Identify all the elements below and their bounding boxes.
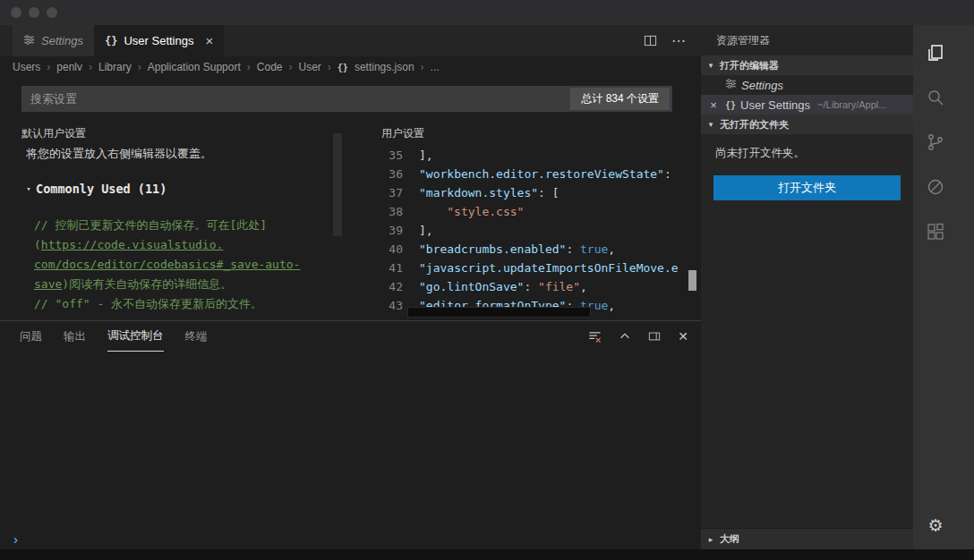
code-vertical-scrollbar[interactable] bbox=[688, 270, 696, 291]
breadcrumb-item[interactable]: Application Support bbox=[148, 61, 241, 73]
close-tab-icon[interactable]: × bbox=[205, 34, 213, 47]
breadcrumb-item[interactable]: Library bbox=[98, 61, 132, 73]
tab-bar: Settings {} User Settings × ⋯ bbox=[0, 25, 701, 56]
group-label: Commonly Used (11) bbox=[36, 182, 167, 196]
debug-console-input[interactable]: › bbox=[0, 528, 701, 549]
breadcrumb-item-settings-json[interactable]: settings.json bbox=[355, 61, 414, 73]
activity-bar: ⚙ bbox=[913, 25, 974, 549]
breadcrumb-item[interactable]: Users bbox=[13, 61, 40, 73]
doc-link[interactable]: com/docs/editor/codebasics#_save-auto- bbox=[34, 258, 300, 271]
traffic-light-zoom-icon[interactable] bbox=[47, 7, 57, 18]
settings-gear-icon[interactable]: ⚙ bbox=[924, 513, 947, 537]
toggle-panel-layout-icon[interactable] bbox=[648, 330, 661, 343]
no-folder-header[interactable]: ▾ 无打开的文件夹 bbox=[701, 115, 913, 134]
settings-count-badge: 总计 834 个设置 bbox=[570, 88, 670, 110]
breadcrumb-separator: › bbox=[288, 61, 292, 73]
open-editor-label: User Settings bbox=[740, 98, 810, 112]
code-line: 36"workbench.editor.restoreViewState": bbox=[376, 165, 701, 183]
panel-tab-problems[interactable]: 问题 bbox=[20, 321, 42, 352]
breadcrumb-separator: › bbox=[247, 61, 251, 73]
panel-tab-output[interactable]: 输出 bbox=[64, 321, 86, 352]
json-braces-icon: {} bbox=[105, 35, 117, 47]
close-panel-icon[interactable]: ✕ bbox=[678, 329, 688, 344]
breadcrumb-item[interactable]: User bbox=[298, 61, 320, 73]
tab-user-settings[interactable]: {} User Settings × bbox=[94, 25, 224, 56]
code-horizontal-scrollbar[interactable] bbox=[407, 307, 591, 318]
traffic-light-minimize-icon[interactable] bbox=[29, 7, 39, 18]
json-braces-icon: {} bbox=[337, 63, 348, 72]
json-braces-icon: {} bbox=[725, 100, 736, 110]
open-folder-button[interactable]: 打开文件夹 bbox=[713, 175, 901, 200]
code-line: 38"style.css" bbox=[376, 202, 701, 221]
open-editor-description: ~/Library/Appl... bbox=[817, 99, 886, 110]
setting-comment-block: // 控制已更新文件的自动保存。可在[此处] (https://code.vis… bbox=[21, 216, 337, 314]
settings-editor: 搜索设置 总计 834 个设置 默认用户设置 将您的设置放入右侧编辑器以覆盖。 … bbox=[0, 78, 701, 320]
comment-line: // 控制已更新文件的自动保存。可在[此处] bbox=[34, 216, 337, 235]
line-number: 44 bbox=[376, 315, 403, 320]
explorer-sidebar: 资源管理器 ▾ 打开的编辑器 Settings × {} User Settin… bbox=[701, 25, 913, 549]
split-editor-icon[interactable] bbox=[644, 34, 657, 47]
traffic-light-close-icon[interactable] bbox=[11, 7, 21, 18]
commonly-used-group-header[interactable]: ▾ Commonly Used (11) bbox=[21, 182, 337, 196]
source-control-icon[interactable] bbox=[924, 131, 947, 154]
open-editors-header[interactable]: ▾ 打开的编辑器 bbox=[701, 55, 913, 75]
breadcrumb-separator: › bbox=[138, 61, 141, 73]
section-label: 打开的编辑器 bbox=[720, 59, 779, 72]
code-line: 39], bbox=[376, 221, 701, 240]
default-pane-scrollbar[interactable] bbox=[333, 133, 342, 236]
line-number: 36 bbox=[376, 165, 403, 183]
extensions-icon[interactable] bbox=[924, 220, 947, 243]
search-icon[interactable] bbox=[924, 86, 947, 109]
code-line: 40"breadcrumbs.enabled": true, bbox=[376, 240, 701, 259]
explorer-icon[interactable] bbox=[924, 41, 947, 64]
line-number: 43 bbox=[376, 296, 403, 315]
panel-actions: ✕ bbox=[588, 321, 688, 352]
clear-console-icon[interactable] bbox=[588, 330, 602, 344]
window-bottom-edge bbox=[0, 549, 974, 560]
settings-panes: 默认用户设置 将您的设置放入右侧编辑器以覆盖。 ▾ Commonly Used … bbox=[0, 126, 701, 320]
settings-search-placeholder: 搜索设置 bbox=[30, 91, 77, 107]
editor-region: Settings {} User Settings × ⋯ Users › pe… bbox=[0, 25, 701, 549]
debug-console-output[interactable] bbox=[0, 352, 701, 528]
breadcrumb-separator: › bbox=[328, 61, 331, 73]
default-settings-pane: 默认用户设置 将您的设置放入右侧编辑器以覆盖。 ▾ Commonly Used … bbox=[21, 126, 337, 320]
code-line: 37"markdown.styles": [ bbox=[376, 183, 701, 202]
breadcrumb-item[interactable]: ... bbox=[431, 61, 440, 73]
settings-search-input[interactable]: 搜索设置 总计 834 个设置 bbox=[21, 86, 672, 112]
chevron-down-icon: ▾ bbox=[704, 120, 718, 129]
tab-settings[interactable]: Settings bbox=[13, 25, 94, 56]
user-settings-pane: 用户设置 35], 36"workbench.editor.restoreVie… bbox=[376, 126, 701, 320]
maximize-panel-icon[interactable] bbox=[619, 330, 631, 343]
comment-line: com/docs/editor/codebasics#_save-auto- bbox=[34, 255, 337, 275]
chevron-down-icon: ▾ bbox=[704, 61, 718, 70]
breadcrumb: Users › penlv › Library › Application Su… bbox=[0, 56, 701, 78]
comment-line: save)阅读有关自动保存的详细信息。 bbox=[34, 275, 337, 294]
breadcrumb-separator: › bbox=[89, 61, 92, 73]
doc-link[interactable]: https://code.visualstudio. bbox=[41, 238, 224, 251]
breadcrumb-separator: › bbox=[421, 61, 424, 73]
fold-chevron-icon[interactable]: ▾ bbox=[23, 184, 34, 193]
open-editor-item-settings[interactable]: Settings bbox=[701, 75, 913, 95]
comment-line-clipped: // "off" - 永不自动保存更新后的文件。 bbox=[34, 294, 337, 314]
no-folder-message: 尚未打开文件夹。 bbox=[701, 134, 913, 170]
breadcrumb-item[interactable]: penlv bbox=[56, 61, 82, 73]
outline-header[interactable]: ▸ 大纲 bbox=[701, 528, 913, 549]
line-number: 41 bbox=[376, 259, 403, 277]
breadcrumb-item[interactable]: Code bbox=[257, 61, 283, 73]
doc-link[interactable]: save bbox=[34, 277, 62, 291]
open-editor-item-user-settings[interactable]: × {} User Settings ~/Library/Appl... bbox=[701, 95, 913, 115]
debug-icon[interactable] bbox=[924, 175, 947, 199]
user-settings-title: 用户设置 bbox=[376, 126, 701, 140]
more-actions-icon[interactable]: ⋯ bbox=[671, 32, 687, 49]
titlebar bbox=[0, 0, 974, 25]
sidebar-title: 资源管理器 bbox=[701, 25, 913, 55]
close-editor-icon[interactable]: × bbox=[706, 98, 721, 112]
section-label: 大纲 bbox=[720, 532, 739, 546]
console-prompt-icon: › bbox=[13, 532, 18, 546]
panel-tab-debug-console[interactable]: 调试控制台 bbox=[107, 321, 164, 352]
code-line: 41"javascript.updateImportsOnFileMove.e bbox=[376, 259, 701, 277]
default-settings-title: 默认用户设置 bbox=[21, 126, 337, 140]
user-settings-code-editor[interactable]: 35], 36"workbench.editor.restoreViewStat… bbox=[376, 146, 701, 320]
panel-tab-terminal[interactable]: 终端 bbox=[185, 321, 208, 352]
section-label: 无打开的文件夹 bbox=[720, 118, 789, 132]
